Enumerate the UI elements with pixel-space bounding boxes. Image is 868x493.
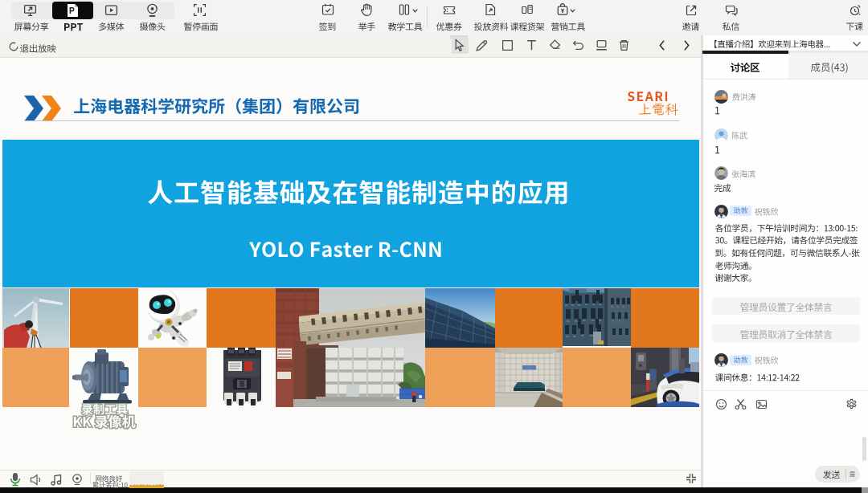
svg-text:P: P — [69, 6, 75, 15]
